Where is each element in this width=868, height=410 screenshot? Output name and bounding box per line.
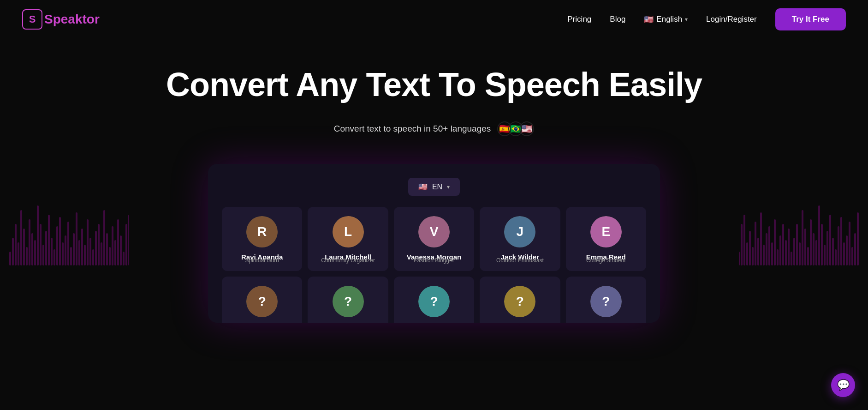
wave-bar	[760, 212, 762, 265]
voice-card[interactable]: L Laura Mitchell Community Organizer	[308, 207, 388, 271]
wave-bar	[103, 210, 105, 265]
wave-bar	[15, 224, 17, 265]
avatar-placeholder: ?	[246, 286, 278, 317]
wave-bar	[799, 242, 801, 265]
wave-bar	[802, 210, 803, 265]
nav-pricing[interactable]: Pricing	[567, 15, 591, 24]
chevron-down-icon: ▾	[685, 16, 688, 23]
wave-bar	[31, 233, 33, 265]
wave-bar	[125, 224, 127, 265]
wave-bar	[821, 224, 823, 265]
avatar: ?	[246, 286, 278, 317]
wave-bar	[48, 215, 50, 265]
wave-bar	[840, 217, 842, 265]
wave-bar	[804, 229, 806, 265]
voice-card[interactable]: J Jack Wilder Outdoor Enthusiast	[480, 207, 560, 271]
voice-card-partial[interactable]: ?	[308, 277, 388, 323]
wave-bar	[42, 245, 44, 265]
wave-bar	[843, 242, 845, 265]
wave-bar	[807, 247, 809, 265]
wave-bar	[793, 238, 795, 265]
flag-en-icon: 🇺🇸	[418, 182, 428, 191]
avatar-placeholder: ?	[590, 286, 622, 317]
wave-bar	[838, 226, 839, 265]
wave-bar	[51, 238, 53, 265]
nav-blog[interactable]: Blog	[610, 15, 625, 24]
wave-bar	[851, 247, 853, 265]
nav-language-selector[interactable]: 🇺🇸 English ▾	[644, 15, 688, 24]
wave-bar	[123, 252, 125, 265]
wave-bar	[849, 222, 850, 265]
try-free-button[interactable]: Try It Free	[775, 8, 846, 30]
lang-selector-container: 🇺🇸 EN ▾	[222, 178, 646, 196]
wave-bar	[89, 238, 91, 265]
avatar: ?	[504, 286, 535, 317]
wave-bar	[752, 247, 754, 265]
nav-login[interactable]: Login/Register	[706, 15, 757, 24]
wave-bar	[101, 242, 102, 265]
wave-bar	[826, 231, 828, 265]
chat-bubble-button[interactable]: 💬	[831, 373, 855, 397]
wave-bar	[70, 247, 72, 265]
avatar: J	[504, 216, 535, 247]
wave-bar	[65, 235, 66, 265]
wave-bar	[23, 229, 25, 265]
avatar: E	[590, 216, 622, 247]
wave-bar	[771, 242, 773, 265]
wave-bar	[768, 226, 770, 265]
avatar: ?	[590, 286, 622, 317]
waveform-left: (function(){ const heights = [30,60,90,5…	[0, 164, 129, 265]
avatar-placeholder: E	[590, 216, 622, 247]
voice-card-partial[interactable]: ?	[480, 277, 560, 323]
voice-role: Community Organizer	[321, 257, 375, 264]
wave-bar	[755, 222, 756, 265]
wave-bar	[835, 249, 837, 265]
hero-headline: Convert Any Text To Speech Easily	[9, 66, 859, 103]
navbar: S Speaktor Pricing Blog 🇺🇸 English ▾ Log…	[0, 0, 868, 39]
voice-grid-row2: ? ? ? ? ?	[222, 277, 646, 323]
voice-card-partial[interactable]: ?	[394, 277, 474, 323]
wave-bar	[763, 245, 765, 265]
wave-bar	[829, 215, 831, 265]
logo-icon: S	[22, 9, 42, 30]
wave-bar	[62, 242, 64, 265]
wave-bar	[20, 210, 22, 265]
wave-bar	[34, 240, 36, 265]
avatar: V	[418, 216, 450, 247]
avatar-placeholder: J	[504, 216, 535, 247]
avatar: L	[333, 216, 364, 247]
avatar-placeholder: ?	[504, 286, 535, 317]
wave-bar	[84, 245, 86, 265]
wave-bar	[757, 238, 759, 265]
avatar-placeholder: R	[246, 216, 278, 247]
avatar: ?	[418, 286, 450, 317]
voice-card[interactable]: V Vanessa Morgan Fashion Blogger	[394, 207, 474, 271]
wave-bar	[109, 247, 111, 265]
wave-bar	[774, 219, 776, 265]
voice-card-partial[interactable]: ?	[566, 277, 646, 323]
subtitle-text: Convert text to speech in 50+ languages	[334, 124, 491, 134]
waveform-section: (function(){ const heights = [30,60,90,5…	[0, 164, 868, 323]
wave-bar	[832, 238, 834, 265]
wave-bar	[40, 224, 42, 265]
voice-card[interactable]: E Emma Reed College Student	[566, 207, 646, 271]
wave-bar	[106, 233, 108, 265]
wave-bar	[766, 233, 767, 265]
avatar-placeholder: V	[418, 216, 450, 247]
lang-en-button[interactable]: 🇺🇸 EN ▾	[408, 178, 460, 196]
wave-bar	[739, 252, 740, 265]
voice-card[interactable]: R Ravi Ananda Spiritual Guru	[222, 207, 302, 271]
chat-icon: 💬	[837, 379, 850, 391]
avatar: R	[246, 216, 278, 247]
wave-bar	[18, 242, 19, 265]
wave-bar	[785, 240, 787, 265]
wave-bar	[112, 226, 113, 265]
wave-bar	[782, 224, 784, 265]
app-panel: 🇺🇸 EN ▾ R Ravi Ananda Spiritual Guru L L…	[208, 164, 660, 323]
logo[interactable]: S Speaktor	[22, 9, 100, 30]
voice-card-partial[interactable]: ?	[222, 277, 302, 323]
wave-bar	[743, 215, 745, 265]
wave-bar	[26, 247, 28, 265]
wave-bar	[788, 229, 790, 265]
wave-bar	[746, 242, 748, 265]
